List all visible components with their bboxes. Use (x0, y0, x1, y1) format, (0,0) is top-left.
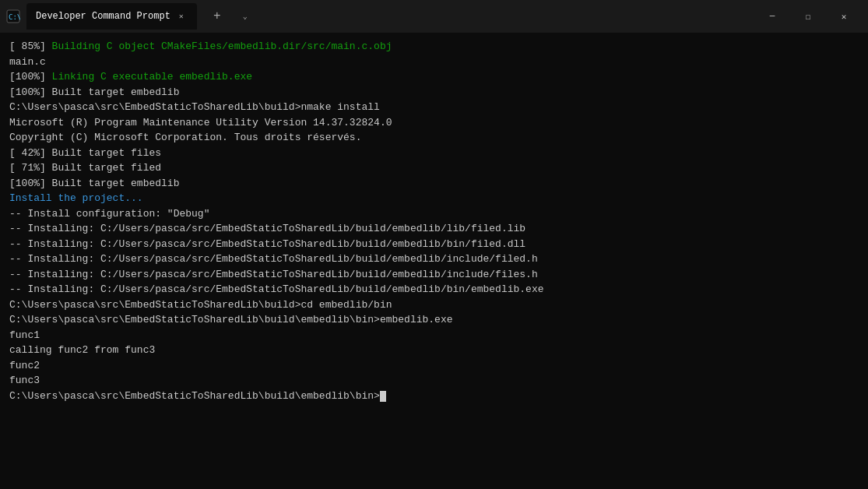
maximize-button[interactable]: ☐ (790, 4, 826, 29)
terminal-line: Microsoft (R) Program Maintenance Utilit… (9, 115, 859, 131)
tab-label: Developer Command Prompt (36, 11, 170, 22)
terminal-text: main.c (9, 56, 46, 68)
terminal-line: -- Installing: C:/Users/pasca/src/EmbedS… (9, 267, 859, 283)
terminal-text: -- Installing: C:/Users/pasca/src/EmbedS… (9, 238, 525, 250)
terminal-line: func3 (9, 373, 859, 389)
terminal-text: -- Installing: C:/Users/pasca/src/EmbedS… (9, 253, 538, 265)
terminal-text: [ 71%] Built target filed (9, 162, 161, 174)
terminal-line: [ 42%] Built target files (9, 146, 859, 161)
terminal-line: [ 85%] Building C object CMakeFiles/embe… (9, 39, 859, 55)
tab-close-button[interactable]: ✕ (175, 10, 188, 23)
new-tab-button[interactable]: + (206, 5, 228, 27)
terminal-text: [100%] Built target embedlib (9, 178, 179, 189)
terminal-line: C:\Users\pasca\src\EmbedStaticToSharedLi… (9, 389, 859, 404)
terminal-text: C:\Users\pasca\src\EmbedStaticToSharedLi… (9, 299, 392, 311)
terminal-text: calling func2 from func3 (9, 344, 155, 356)
terminal-text: func2 (9, 360, 40, 371)
tab-dropdown-button[interactable]: ⌄ (236, 7, 255, 26)
terminal-line: -- Install configuration: "Debug" (9, 206, 859, 222)
active-tab[interactable]: Developer Command Prompt ✕ (26, 3, 197, 30)
terminal-line: func1 (9, 328, 859, 343)
terminal-line: -- Installing: C:/Users/pasca/src/EmbedS… (9, 221, 859, 237)
terminal-text: Building C object CMakeFiles/embedlib.di… (52, 40, 392, 52)
terminal-text: [100%] Built target embedlib (9, 86, 179, 98)
minimize-button[interactable]: ─ (754, 4, 790, 29)
terminal-text: [ 85%] (9, 40, 52, 52)
svg-text:C:\: C:\ (9, 13, 20, 21)
terminal-text: Linking C executable embedlib.exe (52, 71, 252, 83)
terminal-text: C:\Users\pasca\src\EmbedStaticToSharedLi… (9, 101, 380, 113)
titlebar-left: C:\ Developer Command Prompt ✕ + ⌄ (6, 3, 754, 30)
terminal-text: C:\Users\pasca\src\EmbedStaticToSharedLi… (9, 314, 453, 325)
terminal-text: -- Install configuration: "Debug" (9, 208, 209, 220)
terminal-line: C:\Users\pasca\src\EmbedStaticToSharedLi… (9, 100, 859, 115)
window-controls: ─ ☐ ✕ (754, 4, 862, 29)
terminal-content[interactable]: [ 85%] Building C object CMakeFiles/embe… (0, 33, 868, 489)
terminal-line: [100%] Built target embedlib (9, 85, 859, 100)
terminal-text: -- Installing: C:/Users/pasca/src/EmbedS… (9, 283, 544, 295)
terminal-line: [100%] Linking C executable embedlib.exe (9, 69, 859, 85)
terminal-line: calling func2 from func3 (9, 343, 859, 358)
terminal-line: [100%] Built target embedlib (9, 176, 859, 192)
terminal-line: -- Installing: C:/Users/pasca/src/EmbedS… (9, 282, 859, 297)
terminal-text: [100%] (9, 71, 52, 83)
terminal-text: -- Installing: C:/Users/pasca/src/EmbedS… (9, 223, 525, 234)
terminal-line: C:\Users\pasca\src\EmbedStaticToSharedLi… (9, 312, 859, 328)
terminal-text: [ 42%] Built target files (9, 147, 161, 159)
terminal-line: -- Installing: C:/Users/pasca/src/EmbedS… (9, 237, 859, 252)
terminal-text: func1 (9, 329, 40, 341)
terminal-text: -- Installing: C:/Users/pasca/src/EmbedS… (9, 269, 538, 280)
terminal-line: C:\Users\pasca\src\EmbedStaticToSharedLi… (9, 297, 859, 313)
terminal-cursor (380, 391, 386, 402)
terminal-text: C:\Users\pasca\src\EmbedStaticToSharedLi… (9, 390, 380, 402)
close-button[interactable]: ✕ (826, 4, 862, 29)
terminal-icon: C:\ (6, 9, 20, 23)
terminal-text: Install the project... (9, 192, 143, 204)
terminal-line: [ 71%] Built target filed (9, 160, 859, 176)
titlebar: C:\ Developer Command Prompt ✕ + ⌄ ─ ☐ ✕ (0, 0, 868, 33)
terminal-line: main.c (9, 55, 859, 70)
terminal-line: Copyright (C) Microsoft Corporation. Tou… (9, 130, 859, 146)
terminal-line: func2 (9, 358, 859, 374)
terminal-text: Microsoft (R) Program Maintenance Utilit… (9, 117, 392, 128)
terminal-line: Install the project... (9, 191, 859, 206)
terminal-text: func3 (9, 375, 40, 386)
terminal-line: -- Installing: C:/Users/pasca/src/EmbedS… (9, 252, 859, 267)
terminal-text: Copyright (C) Microsoft Corporation. Tou… (9, 132, 361, 143)
